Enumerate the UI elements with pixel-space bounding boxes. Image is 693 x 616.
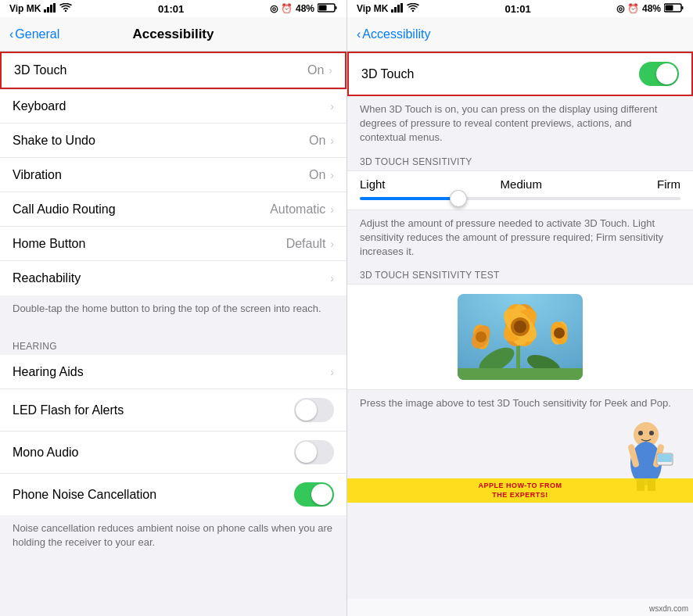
wsxdn-text: wsxdn.com (649, 604, 688, 613)
hearing-section-header: HEARING (0, 336, 346, 355)
hearing-aids-row[interactable]: Hearing Aids › (0, 355, 346, 389)
call-audio-chevron-icon: › (330, 203, 334, 216)
keyboard-row[interactable]: Keyboard › (0, 89, 346, 124)
led-flash-label: LED Flash for Alerts (13, 403, 294, 417)
phone-noise-toggle-knob (311, 484, 332, 505)
flower-image[interactable] (458, 294, 583, 380)
svg-rect-2 (50, 5, 52, 13)
left-wifi-icon (59, 3, 72, 15)
home-button-chevron-icon: › (330, 238, 334, 250)
left-nav-bar: ‹ General Accessibility (0, 17, 346, 52)
svg-rect-1 (47, 7, 49, 13)
sensitivity-slider-track[interactable] (360, 197, 680, 200)
left-chevron-back-icon: ‹ (9, 27, 13, 41)
right-3d-touch-row[interactable]: 3D Touch (349, 53, 691, 95)
right-3d-touch-label: 3D Touch (361, 67, 639, 81)
right-status-right: ◎ ⏰ 48% (616, 3, 684, 15)
left-time: 01:01 (158, 3, 184, 15)
led-flash-toggle-knob (296, 399, 317, 421)
sensitivity-row[interactable]: Light Medium Firm (347, 170, 693, 210)
svg-rect-12 (665, 5, 673, 10)
left-carrier: Vip MK (9, 3, 41, 14)
left-back-button[interactable]: ‹ General (9, 27, 59, 41)
svg-rect-13 (681, 6, 683, 9)
reachability-description: Double-tap the home button to bring the … (0, 295, 346, 322)
svg-rect-0 (44, 9, 46, 13)
reachability-label: Reachability (13, 271, 330, 285)
keyboard-chevron-icon: › (330, 100, 334, 113)
right-alarm-icon: ⏰ (627, 3, 639, 14)
touch-description: When 3D Touch is on, you can press on th… (347, 96, 693, 152)
watermark-line1: APPLE HOW-TO FROM (352, 481, 688, 491)
wsxdn-watermark: wsxdn.com (347, 599, 693, 616)
reachability-chevron-icon: › (330, 272, 334, 285)
watermark-banner: APPLE HOW-TO FROM THE EXPERTS! (347, 478, 693, 503)
mono-audio-toggle[interactable] (294, 440, 334, 464)
right-location-icon: ◎ (616, 3, 624, 14)
call-audio-label: Call Audio Routing (13, 202, 270, 217)
vibration-row[interactable]: Vibration On › (0, 158, 346, 192)
sensitivity-light: Light (360, 177, 386, 191)
keyboard-label: Keyboard (13, 99, 330, 113)
right-back-button[interactable]: ‹ Accessibility (357, 27, 430, 41)
3d-touch-value: On (307, 63, 324, 77)
sensitivity-medium: Medium (501, 177, 542, 191)
right-3d-touch-knob (656, 63, 677, 84)
left-status-left: Vip MK (9, 3, 72, 15)
svg-point-30 (554, 328, 565, 338)
right-status-bar: Vip MK 01:01 ◎ ⏰ 48% (347, 0, 693, 17)
right-nav-bar: ‹ Accessibility 3D Touch (347, 17, 693, 52)
left-panel: Vip MK 01:01 ◎ ⏰ 48% ‹ General Accessibi… (0, 0, 346, 616)
svg-rect-31 (458, 368, 583, 380)
left-page-title: Accessibility (133, 27, 214, 42)
shake-to-undo-row[interactable]: Shake to Undo On › (0, 124, 346, 158)
left-battery-pct: 48% (296, 3, 314, 14)
left-back-label[interactable]: General (15, 27, 59, 41)
svg-point-27 (476, 331, 487, 342)
call-audio-row[interactable]: Call Audio Routing Automatic › (0, 192, 346, 227)
call-audio-value: Automatic (270, 202, 325, 217)
home-button-row[interactable]: Home Button Default › (0, 227, 346, 261)
noise-cancel-description: Noise cancellation reduces ambient noise… (0, 515, 346, 556)
sensitivity-description: Adjust the amount of pressure needed to … (347, 210, 693, 266)
left-location-icon: ◎ (270, 3, 278, 14)
3d-touch-row[interactable]: 3D Touch On › (2, 53, 345, 88)
right-back-label[interactable]: Accessibility (362, 27, 430, 41)
right-status-left: Vip MK (357, 3, 419, 15)
right-panel: Vip MK 01:01 ◎ ⏰ 48% ‹ Accessibility 3D … (346, 0, 693, 616)
shake-chevron-icon: › (330, 134, 334, 147)
left-status-right: ◎ ⏰ 48% (270, 3, 337, 15)
svg-point-24 (514, 321, 526, 333)
sensitivity-slider-fill (360, 197, 456, 200)
right-battery-icon (664, 3, 684, 15)
right-wifi-icon (407, 3, 419, 15)
left-alarm-icon: ⏰ (281, 3, 293, 14)
mono-audio-row[interactable]: Mono Audio (0, 432, 346, 474)
test-image-container (347, 284, 693, 390)
3d-touch-label: 3D Touch (14, 63, 307, 77)
phone-noise-row[interactable]: Phone Noise Cancellation (0, 474, 346, 515)
phone-noise-toggle[interactable] (294, 482, 334, 507)
left-battery-icon (318, 3, 337, 15)
svg-rect-41 (658, 454, 672, 462)
led-flash-toggle[interactable] (294, 398, 334, 422)
right-chevron-back-icon: ‹ (357, 27, 361, 41)
mono-audio-label: Mono Audio (13, 446, 294, 460)
left-settings-list: 3D Touch On › Keyboard › Shake to Undo O… (0, 52, 346, 616)
reachability-row[interactable]: Reachability › (0, 261, 346, 295)
right-3d-touch-toggle[interactable] (639, 62, 679, 86)
svg-rect-10 (400, 3, 403, 13)
home-button-label: Home Button (13, 237, 286, 251)
svg-rect-5 (318, 5, 326, 10)
sensitivity-slider-thumb[interactable] (450, 190, 467, 207)
test-section: 3D TOUCH SENSITIVITY TEST (347, 265, 693, 417)
vibration-label: Vibration (13, 168, 309, 182)
left-status-bar: Vip MK 01:01 ◎ ⏰ 48% (0, 0, 346, 17)
shake-value: On (309, 134, 325, 148)
svg-point-39 (649, 431, 654, 435)
led-flash-row[interactable]: LED Flash for Alerts (0, 389, 346, 432)
svg-rect-7 (391, 9, 393, 13)
hearing-aids-chevron-icon: › (330, 366, 334, 378)
right-signal-icon (391, 3, 404, 15)
3d-touch-chevron-icon: › (329, 64, 332, 77)
